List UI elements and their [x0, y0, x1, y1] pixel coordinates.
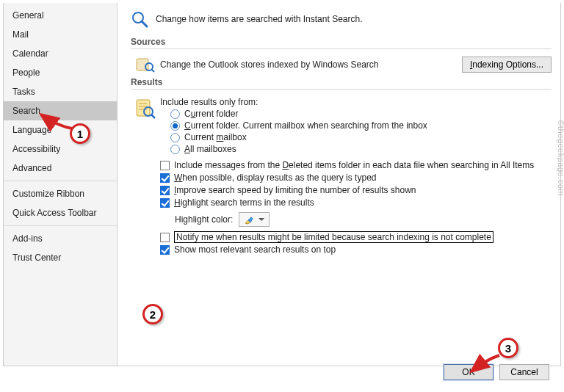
radio-icon — [170, 109, 180, 119]
section-divider — [131, 48, 552, 49]
sources-section-title: Sources — [131, 37, 552, 47]
check-include-deleted[interactable]: Include messages from the Deleted items … — [160, 160, 552, 170]
sidebar-item-advanced[interactable]: Advanced — [4, 159, 117, 178]
sources-desc: Change the Outlook stores indexed by Win… — [160, 59, 462, 70]
sidebar-item-customize-ribbon[interactable]: Customize Ribbon — [4, 184, 117, 203]
watermark-text: ©thegeekpage.com — [557, 120, 564, 196]
highlight-color-label: Highlight color: — [175, 214, 233, 225]
svg-line-10 — [151, 115, 155, 118]
sources-row: Change the Outlook stores indexed by Win… — [131, 57, 552, 73]
checkbox-icon — [160, 161, 170, 170]
sidebar-item-trust-center[interactable]: Trust Center — [4, 248, 117, 267]
sidebar-item-accessibility[interactable]: Accessibility — [4, 139, 117, 159]
check-limit-results[interactable]: Improve search speed by limiting the num… — [160, 185, 552, 195]
radio-label: Current folder — [184, 109, 238, 119]
checkbox-icon — [160, 245, 170, 255]
checkbox-icon — [160, 173, 170, 183]
check-display-as-typed[interactable]: When possible, display results as the qu… — [160, 173, 552, 183]
cancel-button[interactable]: Cancel — [499, 364, 549, 380]
checkbox-icon — [160, 186, 170, 195]
radio-current-folder-mailbox[interactable]: Current folder. Current mailbox when sea… — [170, 120, 552, 131]
search-options-panel: Change how items are searched with Insta… — [118, 3, 560, 366]
ok-button[interactable]: OK — [444, 364, 494, 380]
svg-line-1 — [142, 21, 147, 26]
radio-current-mailbox[interactable]: Current mailbox — [170, 132, 552, 142]
radio-icon — [170, 133, 180, 142]
results-checkbox-list: Include messages from the Deleted items … — [160, 160, 552, 208]
radio-label: Current folder. Current mailbox when sea… — [184, 120, 427, 131]
check-label: When possible, display results as the qu… — [174, 173, 376, 183]
radio-current-folder[interactable]: Current folder — [170, 109, 552, 119]
sidebar-separator — [4, 181, 117, 181]
sidebar-separator — [4, 225, 117, 226]
sidebar-item-add-ins[interactable]: Add-ins — [4, 229, 117, 248]
checkbox-icon — [160, 233, 170, 242]
sidebar-item-calendar[interactable]: Calendar — [4, 44, 117, 63]
sidebar-item-quick-access-toolbar[interactable]: Quick Access Toolbar — [4, 203, 117, 222]
sidebar-item-tasks[interactable]: Tasks — [4, 82, 117, 101]
category-sidebar: General Mail Calendar People Tasks Searc… — [4, 3, 118, 366]
panel-header: Change how items are searched with Insta… — [131, 10, 552, 28]
chevron-down-icon — [258, 218, 264, 221]
index-icon — [131, 57, 160, 73]
sidebar-item-search[interactable]: Search — [4, 101, 117, 120]
search-icon — [131, 10, 148, 28]
radio-label: All mailboxes — [184, 144, 236, 154]
checkbox-icon — [160, 198, 170, 208]
results-section-title: Results — [131, 77, 552, 87]
check-notify-indexing[interactable]: Notify me when results might be limited … — [160, 231, 552, 243]
svg-line-4 — [151, 69, 154, 72]
dialog-buttons: OK Cancel — [444, 364, 549, 380]
include-results-radio-group: Current folder Current folder. Current m… — [170, 109, 552, 154]
radio-icon — [170, 145, 180, 154]
include-results-label: Include results only from: — [160, 97, 552, 107]
radio-all-mailboxes[interactable]: All mailboxes — [170, 144, 552, 154]
sidebar-item-general[interactable]: General — [4, 6, 117, 25]
highlight-color-picker[interactable] — [239, 212, 270, 227]
section-divider — [131, 89, 552, 90]
radio-label: Current mailbox — [184, 132, 247, 142]
indexing-options-rest: ndexing Options... — [472, 59, 543, 70]
results-icon — [131, 97, 160, 256]
panel-header-text: Change how items are searched with Insta… — [156, 14, 362, 24]
check-label: Include messages from the Deleted items … — [174, 160, 534, 170]
check-label: Highlight search terms in the results — [174, 197, 314, 208]
highlighter-icon — [244, 214, 254, 225]
sidebar-item-people[interactable]: People — [4, 63, 117, 82]
results-block: Include results only from: Current folde… — [131, 97, 552, 256]
indexing-options-button[interactable]: Indexing Options... — [462, 57, 552, 73]
sidebar-item-language[interactable]: Language — [4, 120, 117, 139]
check-show-relevant-top[interactable]: Show most relevant search results on top — [160, 244, 552, 255]
check-label: Improve search speed by limiting the num… — [174, 185, 416, 195]
check-label: Show most relevant search results on top — [174, 244, 336, 255]
radio-icon — [170, 121, 180, 131]
options-dialog: General Mail Calendar People Tasks Searc… — [3, 3, 561, 366]
highlight-color-row: Highlight color: — [175, 212, 552, 227]
check-label: Notify me when results might be limited … — [174, 231, 494, 243]
sidebar-item-mail[interactable]: Mail — [4, 25, 117, 44]
check-highlight-terms[interactable]: Highlight search terms in the results — [160, 197, 552, 208]
